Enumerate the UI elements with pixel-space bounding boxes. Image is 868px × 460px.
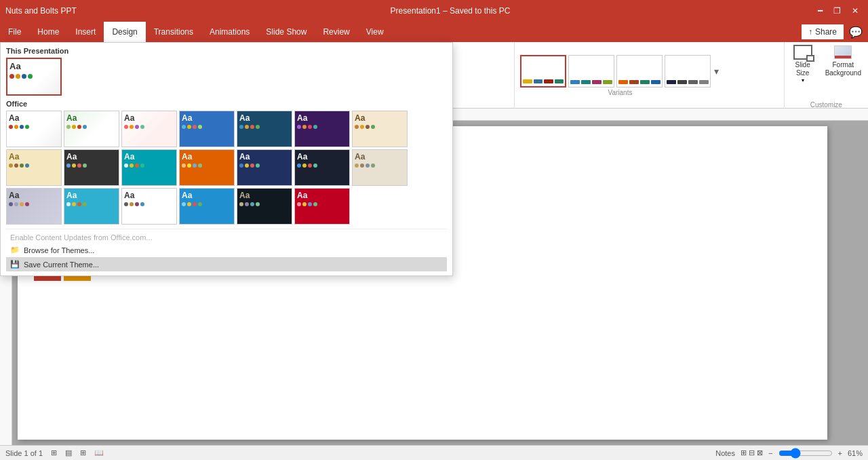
window-controls: ━ ❐ ✕	[814, 5, 863, 17]
variants-section: ▾ Variants	[514, 42, 726, 109]
title-bar: Nuts and Bolts PPT Presentation1 – Saved…	[0, 0, 868, 22]
themes-grid: Aa Aa Aa Aa Aa Aa Aa Aa Aa Aa Aa Aa Aa A…	[6, 111, 447, 225]
theme-7[interactable]: Aa	[352, 111, 408, 147]
format-bg-label: FormatBackground	[825, 61, 861, 77]
tab-review[interactable]: Review	[315, 22, 357, 42]
window-title: Presentation1 – Saved to this PC	[87, 6, 814, 16]
themes-footer: Enable Content Updates from Office.com..…	[6, 229, 447, 271]
theme-9[interactable]: Aa	[64, 149, 119, 186]
ribbon: 🔍 This Presentation Aa	[0, 42, 868, 109]
format-bg-icon	[833, 45, 852, 60]
variants-scroll-down[interactable]: ▾	[713, 64, 720, 78]
customize-section: SlideSize ▾ FormatBackground Customize	[784, 42, 868, 109]
theme-8[interactable]: Aa	[6, 149, 62, 186]
save-icon: 💾	[10, 260, 20, 269]
share-icon: ↑	[808, 27, 812, 37]
tab-home[interactable]: Home	[29, 22, 67, 42]
zoom-out-icon[interactable]: −	[768, 449, 772, 457]
restore-button[interactable]: ❐	[829, 5, 845, 17]
tab-row: File Home Insert Design Transitions Anim…	[0, 22, 868, 42]
slide-size-icon	[793, 45, 812, 60]
office-label: Office	[6, 100, 447, 108]
browse-themes-button[interactable]: 📁 Browse for Themes...	[6, 243, 447, 257]
variants-row: ▾	[520, 55, 720, 88]
this-presentation-section: This Presentation Aa	[6, 47, 447, 96]
enable-updates-label: Enable Content Updates from Office.com..…	[6, 232, 447, 243]
slide-size-chevron: ▾	[802, 77, 804, 83]
theme-12[interactable]: Aa	[237, 149, 292, 186]
variant-3[interactable]	[616, 55, 663, 88]
themes-panel: This Presentation Aa Office Aa	[0, 42, 453, 276]
format-background-button[interactable]: FormatBackground	[821, 42, 865, 86]
theme-10[interactable]: Aa	[121, 149, 177, 186]
tab-transitions[interactable]: Transitions	[146, 22, 201, 42]
status-bar: Slide 1 of 1 ⊞ ▤ ⊞ 📖 Notes ⊞ ⊟ ⊠ − + 61%	[0, 445, 868, 460]
tab-view[interactable]: View	[358, 22, 392, 42]
customize-label: Customize	[810, 101, 842, 109]
tab-slideshow[interactable]: Slide Show	[258, 22, 315, 42]
theme-14[interactable]: Aa	[352, 149, 408, 186]
variant-2[interactable]	[568, 55, 614, 88]
theme-20[interactable]: Aa	[294, 188, 350, 225]
theme-6[interactable]: Aa	[294, 111, 350, 147]
slide-info: Slide 1 of 1	[5, 449, 43, 457]
variants-label: Variants	[608, 89, 633, 96]
browse-label: Browse for Themes...	[24, 246, 94, 254]
slide-size-button[interactable]: SlideSize ▾	[787, 42, 818, 86]
tab-animations[interactable]: Animations	[201, 22, 258, 42]
reading-view-icon[interactable]: 📖	[94, 448, 104, 457]
minimize-button[interactable]: ━	[814, 5, 827, 17]
theme-5[interactable]: Aa	[237, 111, 292, 147]
view-icons: ⊞ ⊟ ⊠	[741, 448, 763, 457]
variant-1[interactable]	[520, 55, 566, 88]
theme-4[interactable]: Aa	[179, 111, 235, 147]
tab-design[interactable]: Design	[104, 22, 145, 42]
office-section: Office Aa Aa Aa Aa Aa Aa Aa Aa Aa Aa Aa …	[6, 100, 447, 225]
current-theme-thumb[interactable]: Aa	[6, 58, 62, 96]
slide-sorter-icon[interactable]: ⊞	[80, 448, 86, 457]
theme-11[interactable]: Aa	[179, 149, 235, 186]
share-button[interactable]: ↑ Share	[802, 24, 844, 39]
browse-icon: 📁	[10, 246, 20, 254]
tab-insert[interactable]: Insert	[67, 22, 104, 42]
notes-button[interactable]: Notes	[715, 449, 735, 457]
theme-17[interactable]: Aa	[121, 188, 177, 225]
save-label: Save Current Theme...	[24, 261, 99, 269]
theme-1[interactable]: Aa	[6, 111, 62, 147]
slide-layout-icon[interactable]: ⊞	[51, 448, 57, 457]
this-presentation-label: This Presentation	[6, 47, 447, 55]
status-right: Notes ⊞ ⊟ ⊠ − + 61%	[715, 448, 863, 459]
app-name: Nuts and Bolts PPT	[5, 6, 87, 16]
zoom-level: 61%	[848, 449, 863, 457]
comments-icon[interactable]: 💬	[844, 23, 868, 41]
theme-16[interactable]: Aa	[64, 188, 119, 225]
tab-file[interactable]: File	[0, 22, 29, 42]
close-button[interactable]: ✕	[848, 5, 863, 17]
theme-19[interactable]: Aa	[237, 188, 292, 225]
status-left: Slide 1 of 1 ⊞ ▤ ⊞ 📖	[5, 448, 104, 457]
theme-15[interactable]: Aa	[6, 188, 62, 225]
theme-2[interactable]: Aa	[64, 111, 119, 147]
theme-13[interactable]: Aa	[294, 149, 350, 186]
save-theme-button[interactable]: 💾 Save Current Theme...	[6, 257, 447, 271]
slide-size-label: SlideSize	[795, 61, 810, 77]
theme-18[interactable]: Aa	[179, 188, 235, 225]
normal-view-icon[interactable]: ▤	[65, 448, 72, 457]
zoom-slider[interactable]	[778, 448, 833, 459]
zoom-in-icon[interactable]: +	[838, 449, 842, 457]
theme-3[interactable]: Aa	[121, 111, 177, 147]
variant-4[interactable]	[665, 55, 711, 88]
